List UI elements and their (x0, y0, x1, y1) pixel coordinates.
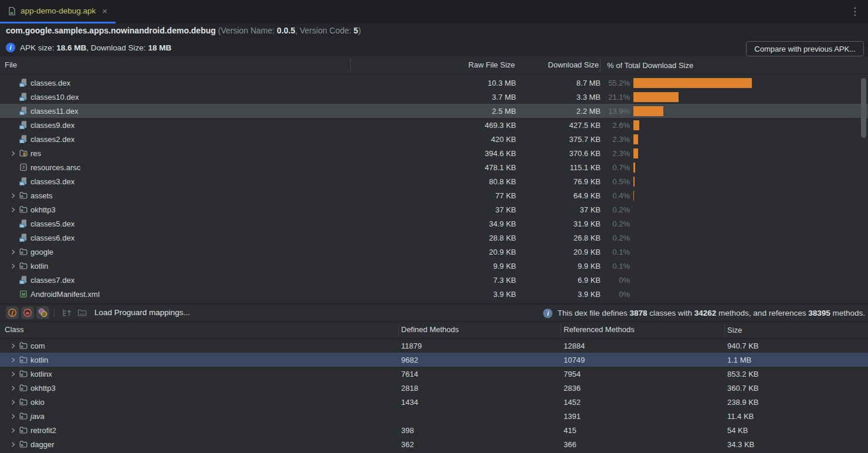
download-pct-bar (633, 120, 639, 130)
package-folder-icon (19, 191, 28, 200)
kebab-menu-icon[interactable]: ⋮ (850, 5, 860, 18)
file-row[interactable]: 01 classes11.dex2.5 MB2.2 MB13.9% (0, 104, 868, 118)
referenced-methods-count: 38395 (808, 309, 830, 317)
load-proguard-mappings-link[interactable]: Load Proguard mappings... (94, 308, 190, 317)
class-table-body: com1187912884940.7 KB kotlin9682107491.1… (0, 339, 868, 451)
class-row[interactable]: dagger36236634.3 KB (0, 437, 868, 451)
vertical-scrollbar-thumb[interactable] (861, 78, 866, 138)
class-row[interactable]: java139111.4 KB (0, 409, 868, 423)
chevron-right-icon[interactable] (7, 249, 19, 255)
column-header-file[interactable]: File (0, 59, 351, 72)
download-pct-bar (633, 78, 752, 88)
chevron-right-icon[interactable] (7, 357, 19, 363)
package-folder-icon (19, 411, 28, 421)
svg-text:01: 01 (20, 224, 23, 228)
download-size-value: 18 MB (148, 43, 171, 52)
chevron-right-icon[interactable] (7, 207, 19, 212)
file-row[interactable]: assets77 KB64.9 KB0.4% (0, 188, 868, 202)
chevron-right-icon[interactable] (7, 371, 19, 377)
class-row[interactable]: retrofit239841554 KB (0, 423, 868, 437)
svg-text:M: M (22, 292, 25, 297)
file-name: classes2.dex (30, 135, 74, 144)
file-name: res (30, 149, 41, 158)
column-header-raw-size[interactable]: Raw File Size (351, 59, 516, 72)
download-pct-bar (633, 148, 638, 158)
column-header-download-size[interactable]: Download Size (516, 59, 601, 72)
file-name: AndroidManifest.xml (30, 290, 100, 299)
chevron-right-icon[interactable] (7, 386, 19, 391)
manifest-file-icon: M (19, 289, 28, 299)
show-methods-toggle[interactable]: m (21, 306, 34, 319)
column-header-pct-total[interactable]: % of Total Download Size (601, 61, 868, 70)
file-name: classes10.dex (30, 93, 79, 102)
file-row[interactable]: res394.6 KB370.6 KB2.3% (0, 146, 868, 160)
package-name: kotlinx (30, 370, 52, 378)
chevron-right-icon[interactable] (7, 263, 19, 269)
file-row[interactable]: 01 classes3.dex80.8 KB76.9 KB0.5% (0, 174, 868, 188)
chevron-right-icon[interactable] (7, 442, 19, 447)
file-row[interactable]: 01 classes9.dex469.3 KB427.5 KB2.6% (0, 118, 868, 132)
file-row[interactable]: 01 classes5.dex34.9 KB31.9 KB0.2% (0, 217, 868, 231)
file-row[interactable]: 01 classes2.dex420 KB375.7 KB2.3% (0, 132, 868, 146)
svg-text:01: 01 (20, 97, 23, 101)
dex-file-icon: 01 (19, 106, 28, 116)
dex-file-icon: 01 (19, 233, 28, 242)
file-row[interactable]: kotlin9.9 KB9.9 KB0.1% (0, 259, 868, 273)
svg-text:01: 01 (20, 111, 23, 115)
chevron-right-icon[interactable] (7, 343, 19, 349)
package-folder-icon (19, 355, 28, 364)
dex-toolbar: f m f a.b Load Proguard mappings... i Th… (0, 303, 868, 322)
chevron-right-icon[interactable] (7, 414, 19, 419)
file-row[interactable]: M AndroidManifest.xml3.9 KB3.9 KB0% (0, 287, 868, 301)
column-header-size[interactable]: Size (725, 326, 868, 334)
file-table-body: 01 classes.dex10.3 MB8.7 MB55.2% 01 clas… (0, 76, 868, 301)
chevron-right-icon[interactable] (7, 428, 19, 433)
class-row[interactable]: kotlin9682107491.1 MB (0, 353, 868, 367)
class-row[interactable]: com1187912884940.7 KB (0, 339, 868, 353)
version-code: 5 (354, 26, 358, 35)
compare-previous-apk-button[interactable]: Compare with previous APK... (746, 41, 864, 56)
svg-text:01: 01 (20, 238, 23, 242)
file-name: resources.arsc (30, 163, 80, 172)
chevron-right-icon[interactable] (7, 151, 19, 156)
tab-close-icon[interactable]: × (102, 6, 107, 15)
column-header-class[interactable]: Class (0, 323, 399, 336)
show-fields-toggle[interactable]: f (6, 306, 19, 319)
file-row[interactable]: okhttp337 KB37 KB0.2% (0, 202, 868, 217)
package-name: retrofit2 (30, 426, 56, 435)
chevron-right-icon[interactable] (7, 400, 19, 405)
download-pct-bar (633, 134, 638, 144)
file-name: classes7.dex (30, 276, 74, 285)
column-header-defined-methods[interactable]: Defined Methods (399, 323, 561, 336)
apk-size-line: i APK size: 18.6 MB, Download Size: 18 M… (6, 40, 171, 55)
file-row[interactable]: ? resources.arsc478.1 KB115.1 KB0.7% (0, 160, 868, 174)
class-row[interactable]: kotlinx76147954853.2 KB (0, 367, 868, 381)
file-row[interactable]: 01 classes6.dex28.8 KB26.8 KB0.2% (0, 231, 868, 245)
file-name: assets (30, 191, 53, 200)
file-row[interactable]: 01 classes10.dex3.7 MB3.3 MB21.1% (0, 90, 868, 104)
file-row[interactable]: 01 classes.dex10.3 MB8.7 MB55.2% (0, 76, 868, 90)
column-header-referenced-methods[interactable]: Referenced Methods (561, 323, 725, 336)
file-name: classes5.dex (30, 219, 74, 228)
editor-tab-bar: app-demo-debug.apk × ⋮ (0, 0, 868, 23)
file-name: classes6.dex (30, 234, 74, 242)
methods-count: 34262 (694, 309, 717, 317)
svg-text:01: 01 (20, 280, 23, 284)
show-referenced-toggle[interactable]: f (36, 306, 49, 319)
tab-apk-file[interactable]: app-demo-debug.apk × (0, 0, 116, 23)
file-name: classes3.dex (30, 177, 74, 186)
chevron-right-icon[interactable] (7, 193, 19, 198)
download-pct-bar (633, 191, 634, 201)
download-pct-bar (633, 163, 635, 173)
load-mappings-folder-icon[interactable]: a.b (76, 306, 89, 319)
class-row[interactable]: okhttp328182836360.7 KB (0, 381, 868, 395)
expand-tree-icon[interactable] (60, 306, 73, 319)
res-folder-icon (19, 148, 28, 158)
svg-text:?: ? (22, 165, 25, 170)
class-row[interactable]: okio14341452238.9 KB (0, 395, 868, 409)
toolbar-separator (54, 308, 55, 317)
file-row[interactable]: 01 classes7.dex7.3 KB6.9 KB0% (0, 273, 868, 287)
svg-text:01: 01 (20, 126, 23, 129)
file-name: classes11.dex (30, 107, 78, 116)
file-row[interactable]: google20.9 KB20.9 KB0.1% (0, 245, 868, 259)
